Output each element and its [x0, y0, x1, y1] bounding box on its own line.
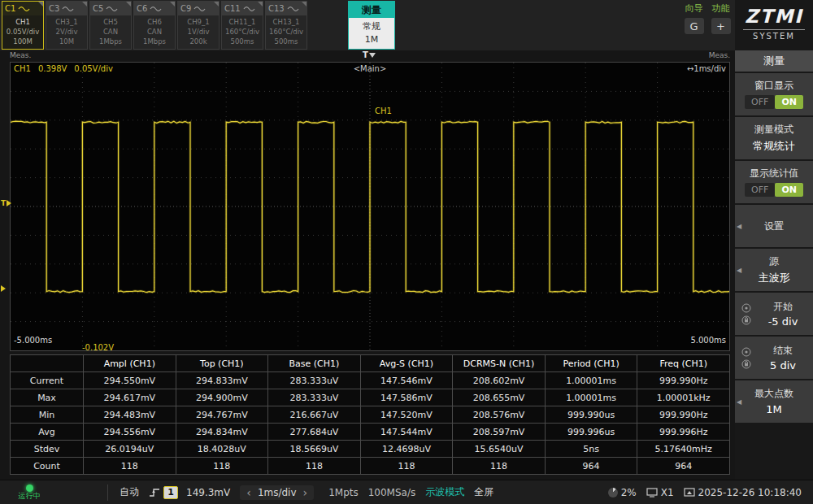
sidebar-section-window-display[interactable]: 窗口显示 OFF ON — [735, 73, 813, 115]
section-value: 5 div — [770, 359, 796, 371]
channel-extra: 1Mbps — [134, 37, 175, 46]
toggle-off-option[interactable]: OFF — [745, 183, 775, 197]
brand-system-label: SYSTEM — [743, 29, 805, 41]
trigger-level-marker[interactable]: T — [1, 199, 11, 207]
channel-tab-header[interactable]: C1 — [2, 2, 43, 15]
channel-tab-c11[interactable]: C11 CH11_1 160°C/div 500ms — [221, 1, 263, 50]
channel-tab-header[interactable]: C3 — [46, 2, 87, 15]
chevron-left-icon[interactable]: ‹ — [246, 488, 251, 497]
waveform-icon — [150, 6, 162, 12]
column-header: Ampl (CH1) — [84, 355, 176, 372]
channel-tab-c13[interactable]: C13 CH13_1 160°C/div 500ms — [265, 1, 307, 50]
table-cell: 208.597mV — [453, 424, 546, 441]
tab-fold-corner — [214, 2, 219, 7]
table-cell: 147.544mV — [360, 424, 453, 441]
channel-tab-c6[interactable]: C6 CH6 CAN 1Mbps — [133, 1, 176, 50]
zoom-factor[interactable]: X1 — [661, 487, 674, 498]
top-bar: C1 CH1 0.05V/div 100M C3 CH3_1 2V/div 10… — [0, 0, 813, 50]
sidebar-section-stats-display[interactable]: 显示统计值 OFF ON — [735, 161, 813, 203]
status-bar: 运行中 自动 1 149.3mV ‹ 1ms/div › 1Mpts 100MS… — [0, 480, 813, 504]
trigger-mode-auto[interactable]: 自动 — [120, 485, 139, 499]
trigger-level-letter: T — [1, 199, 6, 207]
channel-tab-header[interactable]: C11 — [222, 2, 263, 15]
function-button[interactable]: 功能 — [710, 2, 732, 15]
sidebar-section-settings[interactable]: ◀设置 — [735, 205, 813, 247]
scope-plot[interactable]: CH10.398V0.05V/div <Main> ↔1ms/div CH1 -… — [10, 62, 730, 351]
toggle-off-option[interactable]: OFF — [745, 95, 775, 109]
trigger-source-channel[interactable]: 1 — [163, 486, 178, 499]
toggle-on-option[interactable]: ON — [775, 183, 803, 197]
channel-tab-c5[interactable]: C5 CH5 CAN 1Mbps — [89, 1, 132, 50]
tab-fold-corner — [126, 2, 131, 7]
row-label: Count — [11, 458, 84, 475]
section-label: 窗口显示 — [754, 80, 793, 91]
table-cell: 118 — [360, 458, 453, 475]
right-sidebar: 测量 窗口显示 OFF ON 测量模式 常规统计显示统计值 OFF ON ◀设置… — [735, 50, 813, 480]
table-cell: 294.834mV — [176, 424, 268, 441]
table-cell: 999.996Hz — [637, 424, 730, 441]
topbar-buttons: 向导 功能 G + — [683, 2, 732, 34]
adjust-icons[interactable] — [741, 347, 751, 369]
measure-tab-header[interactable]: 测量 — [349, 2, 394, 18]
section-label: 开始 — [773, 301, 793, 312]
ground-level-marker[interactable] — [1, 285, 6, 292]
channel-tab-body: CH1 0.05V/div 100M — [2, 15, 43, 46]
window-display-toggle[interactable]: OFF ON — [745, 95, 803, 109]
waveform-icon — [106, 6, 118, 12]
channel-tab-header[interactable]: C6 — [134, 2, 175, 15]
channel-tab-header[interactable]: C13 — [266, 2, 307, 15]
section-value: -5 div — [768, 315, 798, 328]
wizard-button[interactable]: 向导 — [683, 2, 705, 15]
expand-left-icon[interactable]: ◀ — [737, 267, 741, 274]
sidebar-section-end[interactable]: 结束 5 div — [735, 337, 813, 379]
measure-tab[interactable]: 测量 常规 1M — [348, 1, 395, 50]
table-row: Avg294.556mV294.834mV277.684uV147.544mV2… — [11, 424, 730, 441]
channel-name: CH9_1 — [178, 17, 219, 27]
channel-tabs: C1 CH1 0.05V/div 100M C3 CH3_1 2V/div 10… — [2, 1, 307, 50]
channel-tab-header[interactable]: C5 — [90, 2, 131, 15]
table-cell: 294.767mV — [176, 406, 268, 424]
add-button[interactable]: + — [711, 18, 731, 34]
sidebar-section-start[interactable]: 开始 -5 div — [735, 293, 813, 335]
waveform-icon — [62, 6, 74, 12]
channel-name: CH1 — [2, 17, 43, 27]
screen-cast-icon[interactable] — [684, 488, 695, 497]
expand-left-icon[interactable]: ◀ — [737, 223, 741, 230]
table-cell: 12.4698uV — [360, 441, 453, 458]
g-button[interactable]: G — [685, 18, 704, 34]
table-cell: 147.520mV — [360, 406, 453, 424]
trigger-position-marker[interactable]: T — [363, 50, 376, 59]
sidebar-section-measure-mode[interactable]: 测量模式 常规统计 — [735, 117, 813, 159]
timebase-value[interactable]: 1ms/div — [258, 487, 297, 498]
waveform-icon — [287, 6, 299, 12]
expand-left-icon[interactable]: ◀ — [737, 398, 741, 406]
channel-tab-c9[interactable]: C9 CH9_1 1V/div 200k — [177, 1, 220, 50]
table-cell: 118 — [453, 458, 546, 475]
scope-mode-label[interactable]: 示波模式 — [425, 485, 464, 499]
sidebar-section-max-points[interactable]: ◀最大点数 1M — [735, 380, 813, 423]
channel-tab-c1[interactable]: C1 CH1 0.05V/div 100M — [2, 1, 44, 50]
channel-extra: 500ms — [222, 37, 263, 46]
measure-tab-body: 常规 1M — [349, 18, 394, 49]
channel-tab-c3[interactable]: C3 CH3_1 2V/div 10M — [46, 1, 88, 50]
adjust-icons[interactable] — [741, 303, 751, 325]
row-label: Avg — [11, 424, 84, 441]
column-header: Period (CH1) — [545, 355, 637, 372]
table-cell: 999.990Hz — [637, 372, 730, 389]
sidebar-title: 测量 — [735, 50, 813, 72]
trigger-level-value[interactable]: 149.3mV — [186, 487, 230, 498]
channel-tab-header[interactable]: C9 — [178, 2, 219, 15]
channel-name: CH11_1 — [222, 17, 263, 27]
toggle-on-option[interactable]: ON — [775, 95, 803, 109]
stats-display-toggle[interactable]: OFF ON — [745, 183, 803, 197]
table-cell: 964 — [637, 458, 730, 475]
table-cell: 1.00001ms — [545, 372, 637, 389]
chevron-right-icon[interactable]: › — [303, 488, 308, 497]
timebase-control[interactable]: ‹ 1ms/div › — [240, 485, 314, 500]
fullscreen-button[interactable]: 全屏 — [474, 485, 493, 499]
display-icon[interactable] — [646, 488, 658, 497]
channel-id: C5 — [93, 4, 103, 13]
section-label: 结束 — [773, 345, 793, 356]
trigger-slope-icon[interactable] — [149, 487, 160, 498]
sidebar-section-source[interactable]: ◀源 主波形 — [735, 249, 813, 291]
